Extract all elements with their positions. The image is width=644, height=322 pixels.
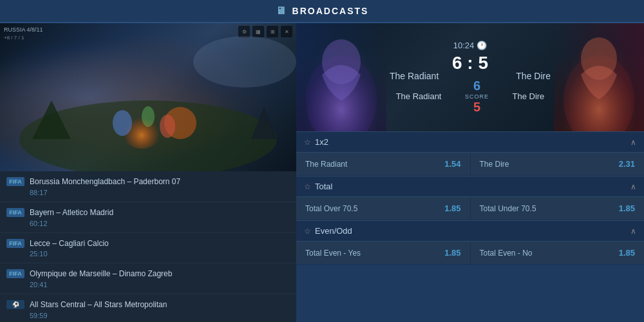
- betting-section: ☆1x2∧The Radiant1.54The Dire2.31☆Total∧T…: [296, 131, 644, 322]
- header: 🖥 BROADCASTS: [0, 0, 644, 23]
- bet-cell-label: The Dire: [480, 160, 509, 169]
- sidebar-match: Olympique de Marseille – Dinamo Zagreb: [30, 269, 290, 279]
- bet-cell-evenodd-0-1[interactable]: Total Even - No1.85: [471, 242, 645, 264]
- sidebar-content: Bayern – Atletico Madrid60:12: [30, 207, 290, 227]
- sidebar-item[interactable]: FIFAOlympique de Marseille – Dinamo Zagr…: [0, 263, 296, 294]
- sidebar-time: 59:59: [30, 312, 290, 319]
- bet-group-title-1x2: ☆1x2: [304, 137, 328, 147]
- star-icon: ☆: [304, 182, 311, 191]
- score-teams: The Radiant 6 SCORE 5 The Dire: [396, 79, 545, 115]
- sidebar-time: 20:41: [30, 281, 290, 289]
- score-area: 10:24 🕐 6 : 5 The Radiant 6 SCORE 5 The …: [296, 23, 644, 131]
- sidebar-item[interactable]: FIFALecce – Cagliari Calcio25:10: [0, 233, 296, 264]
- bet-group-header-1x2[interactable]: ☆1x2∧: [296, 131, 644, 153]
- team-label-left: The Radiant: [390, 71, 439, 81]
- bet-row-1x2-0: The Radiant1.54The Dire2.31: [296, 153, 644, 176]
- star-icon: ☆: [304, 138, 311, 147]
- bet-cell-odds: 1.85: [619, 248, 635, 258]
- team-label-right: The Dire: [516, 71, 551, 81]
- score-main: 6 : 5: [452, 53, 488, 73]
- bet-group-title-evenodd: ☆Even/Odd: [304, 226, 352, 236]
- bet-cell-total-0-1[interactable]: Total Under 70.51.85: [471, 197, 645, 220]
- bet-cell-odds: 1.85: [444, 248, 460, 258]
- sidebar-match: All Stars Central – All Stars Metropolit…: [30, 299, 290, 310]
- bet-cell-total-0-0[interactable]: Total Over 70.51.85: [296, 197, 471, 220]
- bet-cell-odds: 1.85: [619, 204, 635, 213]
- score-right-num: 5: [451, 100, 502, 115]
- bet-cell-label: Total Even - Yes: [305, 249, 361, 258]
- sidebar-badge: FIFA: [6, 177, 24, 186]
- sidebar-time: 88:17: [30, 189, 290, 196]
- score-left-num: 6: [451, 79, 502, 93]
- sidebar-content: Borussia Monchengladbach – Paderborn 078…: [30, 176, 290, 196]
- main-layout: RUSSIA 4/8/11 +8 / 7 / 1 ⚙ ▦ ⊞ ✕: [0, 23, 644, 322]
- bet-row-total-0: Total Over 70.51.85Total Under 70.51.85: [296, 197, 644, 220]
- sidebar-item[interactable]: ⚽All Stars Central – All Stars Metropoli…: [0, 294, 296, 322]
- header-title: 🖥 BROADCASTS: [276, 5, 369, 17]
- bet-title-text-evenodd: Even/Odd: [315, 226, 352, 236]
- sidebar-badge: ⚽: [6, 300, 24, 309]
- team-left-name: The Radiant: [396, 91, 442, 101]
- header-title-text: BROADCASTS: [292, 6, 369, 16]
- sidebar-item[interactable]: FIFABayern – Atletico Madrid60:12: [0, 202, 296, 233]
- chevron-icon: ∧: [630, 227, 636, 236]
- sidebar-content: All Stars Central – All Stars Metropolit…: [30, 299, 290, 319]
- bet-cell-label: Total Even - No: [480, 249, 533, 258]
- score-label: SCORE: [451, 93, 502, 100]
- bet-group-header-evenodd[interactable]: ☆Even/Odd∧: [296, 220, 644, 242]
- clock-icon: 🕐: [477, 41, 487, 50]
- sidebar-content: Olympique de Marseille – Dinamo Zagreb20…: [30, 269, 290, 289]
- svg-point-8: [160, 115, 175, 138]
- score-timer: 10:24 🕐: [453, 41, 488, 50]
- sidebar-badge: FIFA: [6, 208, 24, 217]
- sidebar-item[interactable]: FIFABorussia Monchengladbach – Paderborn…: [0, 171, 296, 202]
- chevron-icon: ∧: [630, 138, 636, 147]
- svg-point-9: [142, 106, 155, 127]
- bet-cell-label: The Radiant: [305, 160, 347, 169]
- team-right-block: The Dire: [502, 91, 544, 101]
- sidebar-badge: FIFA: [6, 269, 24, 278]
- sidebar-list: FIFABorussia Monchengladbach – Paderborn…: [0, 171, 296, 322]
- chevron-icon: ∧: [630, 182, 636, 191]
- sidebar-content: Lecce – Cagliari Calcio25:10: [30, 238, 290, 258]
- video-svg: [0, 23, 296, 171]
- sidebar-match: Bayern – Atletico Madrid: [30, 207, 290, 218]
- bet-group-header-total[interactable]: ☆Total∧: [296, 176, 644, 197]
- sidebar: RUSSIA 4/8/11 +8 / 7 / 1 ⚙ ▦ ⊞ ✕: [0, 23, 296, 322]
- team-left-block: The Radiant: [396, 91, 451, 101]
- right-panel: 10:24 🕐 6 : 5 The Radiant 6 SCORE 5 The …: [296, 23, 644, 322]
- bet-cell-evenodd-0-0[interactable]: Total Even - Yes1.85: [296, 242, 471, 264]
- timer-value: 10:24: [453, 41, 475, 50]
- bet-row-evenodd-0: Total Even - Yes1.85Total Even - No1.85: [296, 242, 644, 265]
- sidebar-time: 25:10: [30, 250, 290, 258]
- sidebar-match: Lecce – Cagliari Calcio: [30, 238, 290, 249]
- bet-title-text-total: Total: [315, 182, 332, 191]
- monitor-icon: 🖥: [276, 5, 287, 17]
- score-center: 10:24 🕐 6 : 5 The Radiant 6 SCORE 5 The …: [296, 23, 644, 131]
- svg-point-7: [113, 110, 132, 136]
- bet-cell-label: Total Over 70.5: [305, 204, 357, 213]
- bet-cell-1x2-0-0[interactable]: The Radiant1.54: [296, 153, 471, 175]
- sidebar-time: 60:12: [30, 220, 290, 227]
- sidebar-badge: FIFA: [6, 239, 24, 248]
- svg-point-4: [193, 36, 296, 88]
- sidebar-match: Borussia Monchengladbach – Paderborn 07: [30, 176, 290, 187]
- team-right-name: The Dire: [512, 91, 544, 101]
- bet-cell-odds: 2.31: [619, 159, 635, 169]
- bet-cell-odds: 1.85: [444, 204, 460, 213]
- bet-cell-odds: 1.54: [444, 159, 460, 169]
- score-divider: 6 SCORE 5: [451, 79, 502, 115]
- bet-title-text-1x2: 1x2: [315, 137, 328, 147]
- video-thumbnail[interactable]: RUSSIA 4/8/11 +8 / 7 / 1 ⚙ ▦ ⊞ ✕: [0, 23, 296, 171]
- bet-cell-1x2-0-1[interactable]: The Dire2.31: [471, 153, 645, 175]
- bet-group-title-total: ☆Total: [304, 182, 332, 191]
- bet-cell-label: Total Under 70.5: [480, 204, 536, 213]
- star-icon: ☆: [304, 227, 311, 236]
